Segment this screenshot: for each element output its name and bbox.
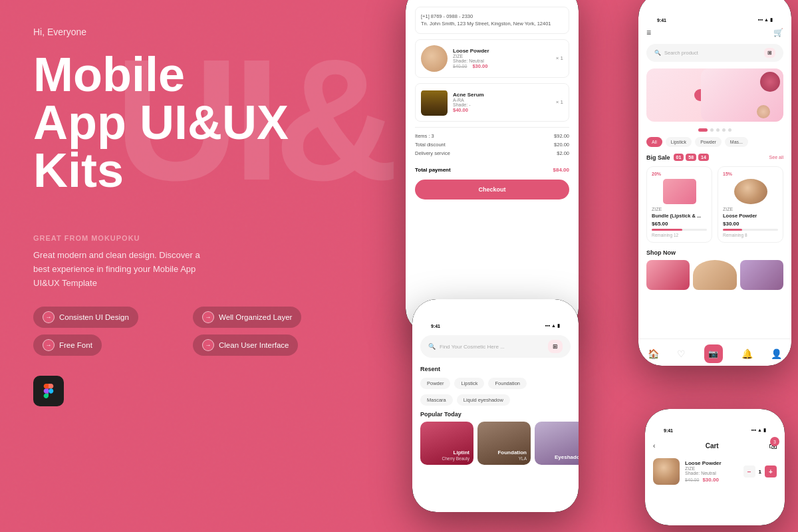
popular-liptint-brand: Cherry Beauty bbox=[442, 456, 469, 461]
filter-button[interactable]: ⊞ bbox=[548, 340, 563, 353]
feature-arrow-icon-3 bbox=[43, 339, 55, 351]
sale-price-1: $65.00 bbox=[652, 221, 707, 227]
dot-5 bbox=[728, 128, 732, 132]
product-1-info: Loose Powder ZIZE Shade: Neutral $40.00 … bbox=[453, 48, 551, 69]
popular-title: Popular Today bbox=[420, 411, 571, 418]
qty-plus-button[interactable]: + bbox=[765, 466, 777, 477]
popular-foundation-name: Foundation bbox=[497, 450, 527, 456]
sale-products: 20% ZIZE Bundle (Lipstick & ... $65.00 R… bbox=[646, 166, 783, 243]
tag-eyeshadow[interactable]: Liquid eyeshadow bbox=[457, 394, 510, 406]
popular-grid: Liptint Cherry Beauty Foundation YLA bbox=[420, 422, 571, 465]
sale-product-1-img bbox=[663, 179, 696, 204]
total-amount: $84.00 bbox=[553, 167, 569, 173]
checkout-button[interactable]: Checkout bbox=[415, 180, 569, 200]
remaining-2: Remaining 8 bbox=[723, 233, 778, 237]
category-tabs: All Lipstick Powder Mas... bbox=[646, 137, 783, 147]
main-title: Mobile App UI&UX Kits bbox=[33, 51, 339, 194]
time-shop: 9:41 bbox=[657, 18, 666, 23]
product-1-old-price: $40.00 bbox=[453, 64, 467, 68]
nav-bell-icon[interactable]: 🔔 bbox=[741, 348, 753, 359]
nav-camera-icon[interactable]: 📷 bbox=[704, 344, 723, 363]
phone-number: [+1] 8769 - 0988 - 2330 bbox=[421, 13, 563, 20]
shop-img-1[interactable] bbox=[646, 260, 690, 290]
sale-product-1-brand: ZIZE bbox=[652, 207, 707, 211]
progress-fill-2 bbox=[723, 229, 742, 231]
cat-powder[interactable]: Powder bbox=[695, 137, 722, 147]
cat-all[interactable]: All bbox=[646, 137, 662, 147]
mini-product-name: Loose Powder bbox=[685, 460, 738, 466]
tag-row-2: Mascara Liquid eyeshadow bbox=[420, 394, 571, 406]
product-2-image bbox=[421, 89, 448, 116]
signal-search: ▪▪▪ ▲ ▮ bbox=[545, 323, 560, 329]
discount-row: Total discount $20.00 bbox=[415, 142, 569, 148]
tag-row-1: Powder Lipstick Foundation bbox=[420, 378, 571, 389]
mini-product-info: Loose Powder ZIZE Shade: Neutral $40.00 … bbox=[685, 460, 738, 483]
product-2-info: Acne Serum A-RA Shade: - $40.00 bbox=[453, 92, 551, 113]
cat-more[interactable]: Mas... bbox=[725, 137, 748, 147]
sale-card-2[interactable]: 15% ZIZE Loose Powder $30.00 Remaining 8 bbox=[718, 166, 783, 243]
status-bar-shop: 9:41 ▪▪▪ ▲ ▮ bbox=[646, 12, 783, 25]
recent-title: Resent bbox=[420, 366, 571, 372]
popular-card-eyeshadow[interactable]: Eyeshadow bbox=[535, 422, 579, 465]
search-content: 9:41 ▪▪▪ ▲ ▮ 🔍 Find Your Cosmetic Here .… bbox=[412, 299, 579, 473]
phone-search-screen: 9:41 ▪▪▪ ▲ ▮ 🔍 Find Your Cosmetic Here .… bbox=[412, 299, 579, 512]
search-bar[interactable]: 🔍 Find Your Cosmetic Here ... ⊞ bbox=[420, 335, 571, 358]
shop-now-images bbox=[646, 260, 783, 290]
delivery-amount: $2.00 bbox=[557, 150, 569, 156]
mini-product-shade: Shade: Neutral bbox=[685, 471, 738, 475]
phone-shop: 9:41 ▪▪▪ ▲ ▮ ≡ 🛒 🔍 Search product ⊞ bbox=[638, 0, 791, 366]
sale-product-2-title: Loose Powder bbox=[723, 213, 778, 219]
hero-banner: Shop Now ▶ bbox=[646, 68, 783, 122]
back-button[interactable]: ‹ bbox=[653, 442, 655, 450]
shop-now-section-title: Shop Now bbox=[646, 249, 783, 256]
right-panel: [+1] 8769 - 0988 - 2330 Tn. John Smith, … bbox=[372, 0, 798, 532]
see-all-link[interactable]: See all bbox=[769, 155, 783, 160]
mini-product-row: Loose Powder ZIZE Shade: Neutral $40.00 … bbox=[653, 458, 777, 485]
cat-lipstick[interactable]: Lipstick bbox=[666, 137, 692, 147]
progress-bar-1 bbox=[652, 229, 707, 231]
address: Tn. John Smith, 123 My Street, Kingston,… bbox=[421, 20, 563, 27]
tag-mascara[interactable]: Mascara bbox=[420, 394, 453, 406]
popular-card-liptint[interactable]: Liptint Cherry Beauty bbox=[420, 422, 473, 465]
page: UI& Hi, Everyone Mobile App UI&UX Kits G… bbox=[0, 0, 798, 532]
feature-item-1: Consisten UI Design bbox=[33, 307, 138, 328]
popular-foundation-brand: YLA bbox=[519, 456, 527, 461]
banner-decoration bbox=[701, 68, 783, 122]
status-bar-search: 9:41 ▪▪▪ ▲ ▮ bbox=[420, 318, 571, 331]
feature-arrow-icon-2 bbox=[202, 311, 214, 323]
qty-minus-button[interactable]: − bbox=[743, 466, 755, 477]
tag-powder[interactable]: Powder bbox=[420, 378, 450, 389]
cart-product-1: Loose Powder ZIZE Shade: Neutral $40.00 … bbox=[415, 39, 569, 78]
cart-icon[interactable]: 🛒 bbox=[773, 28, 783, 37]
time-search: 9:41 bbox=[431, 324, 440, 329]
items-amount: $92.00 bbox=[554, 133, 569, 139]
progress-fill-1 bbox=[652, 229, 682, 231]
feature-label-4: Clean User Interface bbox=[219, 341, 289, 349]
filter-btn-shop[interactable]: ⊞ bbox=[764, 48, 775, 58]
progress-bar-2 bbox=[723, 229, 778, 231]
bottom-nav: 🏠 ♡ 📷 🔔 👤 bbox=[638, 338, 791, 366]
product-2-brand: A-RA bbox=[453, 98, 551, 102]
nav-profile-icon[interactable]: 👤 bbox=[771, 348, 782, 359]
product-1-price: $30.00 bbox=[472, 63, 487, 69]
tag-lipstick[interactable]: Lipstick bbox=[454, 378, 484, 389]
feature-label-3: Free Font bbox=[59, 341, 92, 349]
search-bar-shop[interactable]: 🔍 Search product ⊞ bbox=[646, 44, 783, 62]
popular-card-foundation[interactable]: Foundation YLA bbox=[477, 422, 531, 465]
product-1-qty: × 1 bbox=[556, 55, 563, 61]
nav-heart-icon[interactable]: ♡ bbox=[677, 348, 686, 359]
discount-badge-1: 20% bbox=[652, 172, 707, 176]
mini-old-price: $40.00 bbox=[685, 477, 699, 482]
hero-dots bbox=[646, 128, 783, 132]
shop-img-2[interactable] bbox=[693, 260, 736, 290]
shop-img-3[interactable] bbox=[740, 260, 783, 290]
feature-label-2: Well Organized Layer bbox=[219, 313, 292, 321]
product-2-qty: × 1 bbox=[556, 99, 563, 105]
sale-card-1[interactable]: 20% ZIZE Bundle (Lipstick & ... $65.00 R… bbox=[646, 166, 712, 243]
status-bar-cart-bottom: 9:41 ▪▪▪ ▲ ▮ bbox=[653, 422, 777, 436]
nav-home-icon[interactable]: 🏠 bbox=[648, 348, 659, 359]
tag-foundation[interactable]: Foundation bbox=[488, 378, 527, 389]
total-label: Total payment bbox=[415, 167, 451, 173]
hamburger-icon[interactable]: ≡ bbox=[646, 28, 651, 37]
count-seconds: 14 bbox=[698, 154, 709, 161]
